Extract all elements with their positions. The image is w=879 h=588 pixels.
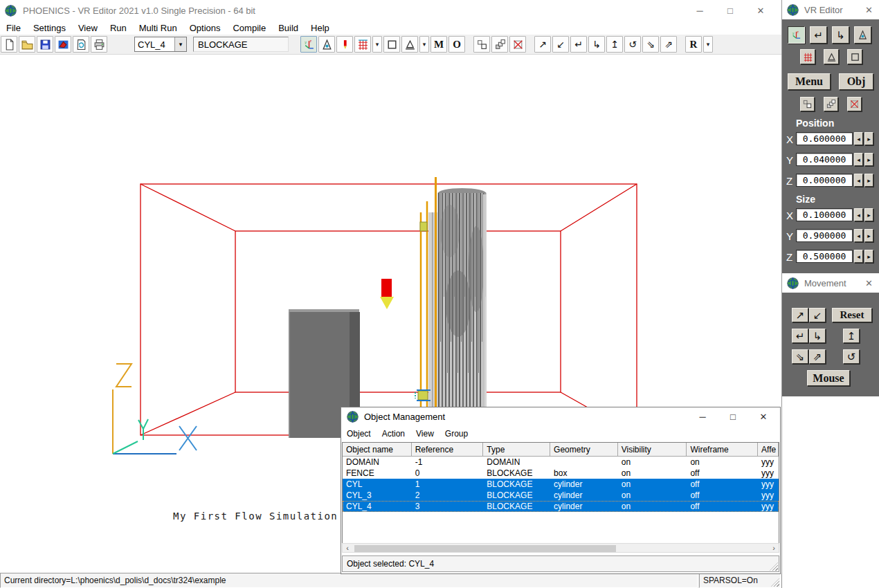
rotate-left-icon[interactable]: ↵ (792, 329, 808, 343)
movement-title-bar[interactable]: Movement ✕ (782, 273, 879, 293)
mesh-toggle-button[interactable]: M (431, 36, 447, 53)
table-row-cyl_4[interactable]: CYL_43BLOCKAGEcylinderonoffyyy (343, 501, 779, 512)
object-toggle-button[interactable]: O (448, 36, 465, 53)
size-y-decrement[interactable]: ◂ (854, 229, 863, 242)
table-row-cyl[interactable]: CYL1BLOCKAGEcylinderonoffyyy (343, 479, 779, 490)
tilt-up-icon[interactable]: ⇗ (809, 349, 826, 364)
position-size-button[interactable] (473, 36, 490, 53)
print-button[interactable] (91, 36, 107, 53)
move-up-icon[interactable]: ↥ (606, 36, 623, 53)
menu-item-compile[interactable]: Compile (226, 21, 272, 35)
position-y-decrement[interactable]: ◂ (854, 153, 863, 166)
size-y-field[interactable]: 0.900000 (796, 229, 853, 242)
rotate-right-icon[interactable]: ↳ (832, 26, 849, 44)
object-type-field[interactable]: BLOCKAGE (193, 37, 289, 52)
object-copy-button[interactable] (491, 36, 508, 53)
chevron-down-icon[interactable]: ▾ (174, 37, 186, 51)
mouse-button[interactable]: Mouse (807, 370, 850, 386)
reset-view-button[interactable]: R (685, 36, 702, 53)
menu-item-group[interactable]: Group (440, 428, 473, 440)
menu-item-run[interactable]: Run (104, 21, 133, 35)
tilt-up-icon[interactable]: ⇗ (660, 36, 677, 53)
move-up-icon[interactable]: ↥ (843, 329, 860, 343)
new-file-button[interactable] (1, 36, 17, 53)
mesh-grid-dropdown[interactable]: ▾ (372, 36, 382, 53)
minimize-icon[interactable]: ─ (687, 407, 718, 425)
close-icon[interactable]: ✕ (748, 407, 779, 425)
main-menu-button[interactable]: Menu (788, 73, 831, 90)
wireframe-toggle-button[interactable] (383, 36, 400, 53)
resize-grip[interactable] (771, 578, 779, 587)
pencil-probe-button[interactable] (336, 36, 353, 53)
position-x-increment[interactable]: ▸ (864, 132, 873, 145)
wireframe-toggle-button[interactable] (847, 49, 862, 64)
rotate-left-icon[interactable]: ↵ (810, 26, 827, 44)
menu-item-multi-run[interactable]: Multi Run (133, 21, 183, 35)
rotate-view-icon[interactable]: ↺ (624, 36, 641, 53)
close-icon[interactable]: ✕ (865, 5, 873, 15)
table-row-cyl_3[interactable]: CYL_32BLOCKAGEcylinderonoffyyy (343, 490, 779, 501)
menu-item-options[interactable]: Options (183, 21, 227, 35)
menu-item-object[interactable]: Object (341, 428, 377, 440)
angle-snap-dropdown[interactable]: ▾ (419, 36, 429, 53)
position-y-field[interactable]: 0.040000 (796, 153, 853, 166)
move-down-left-icon[interactable]: ↙ (809, 308, 826, 322)
size-y-increment[interactable]: ▸ (864, 229, 873, 242)
scroll-left-icon[interactable]: ‹ (343, 544, 352, 552)
probe-button[interactable] (854, 26, 871, 44)
close-icon[interactable]: ✕ (745, 0, 776, 21)
menu-item-settings[interactable]: Settings (27, 21, 72, 35)
position-x-field[interactable]: 0.600000 (796, 132, 853, 145)
view-up-right-icon[interactable]: ↗ (534, 36, 551, 53)
column-header-object-name[interactable]: Object name (343, 443, 412, 457)
rotate-right-icon[interactable]: ↳ (588, 36, 605, 53)
menu-item-help[interactable]: Help (305, 21, 336, 35)
view-direction-button[interactable] (55, 36, 71, 53)
minimize-icon[interactable]: ─ (685, 0, 715, 21)
tilt-down-icon[interactable]: ⇘ (792, 349, 808, 364)
tilt-down-icon[interactable]: ⇘ (642, 36, 659, 53)
scroll-right-icon[interactable]: › (769, 544, 779, 552)
menu-item-file[interactable]: File (0, 21, 27, 35)
size-z-decrement[interactable]: ◂ (854, 250, 863, 263)
size-z-increment[interactable]: ▸ (864, 250, 873, 263)
horizontal-scrollbar[interactable]: ‹ › (342, 543, 779, 553)
position-z-field[interactable]: 0.000000 (796, 174, 853, 187)
probe-button[interactable] (318, 36, 335, 53)
delete-object-button[interactable] (847, 97, 862, 111)
move-up-right-icon[interactable]: ↗ (792, 308, 808, 322)
rotate-left-icon[interactable]: ↵ (570, 36, 587, 53)
resize-grip[interactable] (770, 562, 778, 571)
rotate-right-icon[interactable]: ↳ (809, 329, 826, 343)
maximize-icon[interactable]: □ (715, 0, 745, 21)
column-header-geometry[interactable]: Geometry (550, 443, 618, 457)
position-size-button[interactable] (800, 97, 815, 111)
object-dialog-button[interactable]: Obj (839, 73, 873, 90)
position-x-decrement[interactable]: ◂ (854, 132, 863, 145)
column-header-wireframe[interactable]: Wireframe (687, 443, 758, 457)
menu-item-view[interactable]: View (410, 428, 440, 440)
save-button[interactable] (37, 36, 53, 53)
size-x-field[interactable]: 0.100000 (796, 208, 853, 221)
reset-button[interactable]: Reset (832, 308, 872, 322)
open-file-button[interactable] (19, 36, 35, 53)
reload-geometry-button[interactable] (73, 36, 89, 53)
mesh-grid-button[interactable] (800, 49, 815, 64)
scrollbar-thumb[interactable] (354, 545, 616, 552)
column-header-affe[interactable]: Affe (758, 443, 779, 457)
column-header-visibility[interactable]: Visibility (618, 443, 687, 457)
rotate-view-icon[interactable]: ↺ (843, 349, 860, 364)
reset-view-dropdown[interactable]: ▾ (703, 36, 713, 53)
angle-snap-button[interactable] (824, 49, 839, 64)
position-z-increment[interactable]: ▸ (864, 174, 873, 187)
table-row-fence[interactable]: FENCE0BLOCKAGEboxonoffyyy (343, 468, 779, 479)
vr-editor-title-bar[interactable]: VR Editor ✕ (782, 0, 879, 19)
object-selector[interactable]: CYL_4 ▾ (134, 37, 187, 52)
axes-toggle-button[interactable]: zy (788, 26, 805, 44)
object-copy-button[interactable] (824, 97, 838, 111)
close-icon[interactable]: ✕ (865, 278, 873, 288)
menu-item-action[interactable]: Action (377, 428, 410, 440)
om-title-bar[interactable]: Object Management ─ □ ✕ (341, 407, 780, 425)
menu-item-view[interactable]: View (72, 21, 104, 35)
view-down-left-icon[interactable]: ↙ (552, 36, 569, 53)
